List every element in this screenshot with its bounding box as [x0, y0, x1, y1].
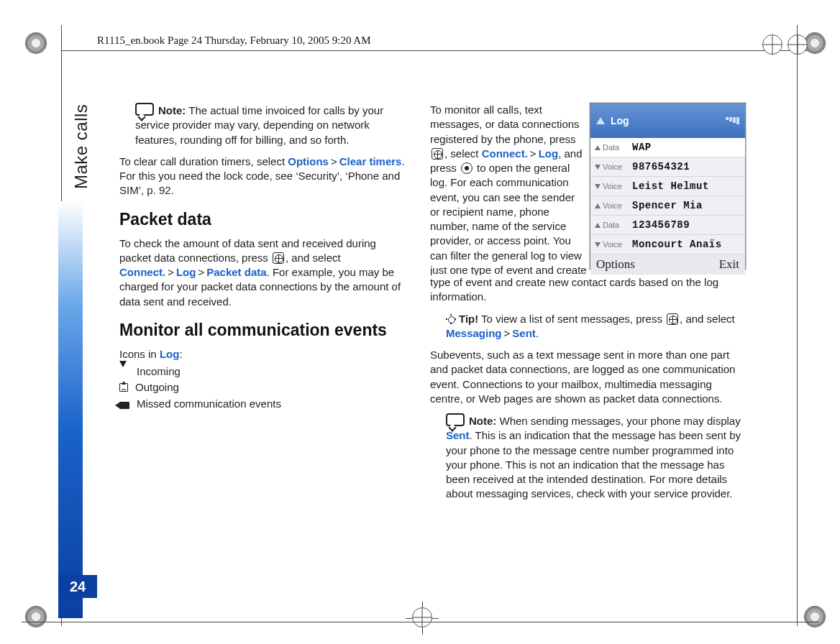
running-header: R1115_en.book Page 24 Thursday, February… — [97, 34, 371, 47]
ui-path: Connect. — [119, 266, 165, 278]
gt-icon: > — [502, 327, 513, 339]
registration-mark-icon — [762, 34, 782, 55]
incoming-arrow-icon — [595, 184, 601, 189]
text: To monitor all calls, text messages, or … — [430, 104, 580, 145]
ui-path: Messaging — [446, 327, 502, 339]
menu-key-icon — [273, 252, 284, 264]
softkey-left: Options — [596, 257, 635, 272]
battery-icon — [726, 117, 739, 124]
page: R1115_en.book Page 24 Thursday, February… — [0, 0, 840, 644]
incoming-arrow-icon — [595, 165, 601, 170]
text: Icons in — [119, 348, 160, 360]
joystick-key-icon — [461, 162, 472, 174]
ui-path: Log — [160, 348, 180, 360]
ui-path: Sent — [512, 327, 536, 339]
row-value: Leist Helmut — [632, 180, 709, 192]
paragraph: Icons in Log: — [119, 347, 407, 362]
text: . — [536, 327, 539, 339]
phone-title: Log — [611, 115, 629, 126]
heading-packet-data: Packet data — [119, 208, 407, 231]
phone-log-row: Data123456789 — [590, 216, 745, 235]
ui-path: Log — [176, 266, 196, 278]
text: When sending messages, your phone may di… — [496, 415, 740, 427]
note-block: Note: When sending messages, your phone … — [446, 413, 747, 502]
gear-icon — [25, 32, 47, 54]
row-tag: Voice — [595, 201, 626, 210]
phone-log-row: VoiceLeist Helmut — [590, 177, 745, 196]
tip-block: Tip! To view a list of sent messages, pr… — [446, 312, 747, 341]
text: To clear call duration timers, select — [119, 155, 288, 167]
gt-icon: > — [196, 266, 206, 278]
row-value: WAP — [632, 142, 652, 153]
paragraph: type of event and create new contact car… — [430, 275, 747, 305]
outgoing-arrow-icon — [595, 203, 601, 208]
frame-line — [22, 622, 818, 622]
paragraph: Subevents, such as a text message sent i… — [430, 348, 747, 406]
gt-icon: > — [165, 266, 176, 278]
tip-label: Tip! — [459, 313, 478, 325]
list-label: Missed communication events — [137, 397, 281, 411]
list-label: Incoming — [137, 364, 181, 379]
row-tag: Data — [595, 221, 626, 229]
column-left: Note: The actual time invoiced for calls… — [119, 103, 407, 413]
incoming-icon — [119, 367, 129, 377]
row-tag: Voice — [595, 240, 626, 249]
softkey-right: Exit — [719, 257, 739, 272]
row-value: Spencer Mia — [632, 200, 703, 211]
header-rule — [61, 50, 818, 51]
note-icon — [446, 413, 465, 426]
registration-mark-icon — [412, 607, 432, 627]
frame-line — [797, 25, 798, 626]
phone-log-row: VoiceMoncourt Anaïs — [590, 235, 745, 254]
phone-log-row: Voice987654321 — [590, 157, 745, 177]
missed-icon — [119, 402, 129, 409]
menu-key-icon — [667, 313, 678, 325]
list-item: Outgoing — [119, 380, 407, 395]
phone-titlebar: Log — [590, 104, 745, 138]
signal-icon — [596, 117, 605, 124]
outgoing-icon — [119, 383, 128, 392]
outgoing-arrow-icon — [595, 223, 601, 228]
phone-softkeys: Options Exit — [590, 254, 745, 275]
row-value: 987654321 — [632, 161, 690, 172]
list-item: Incoming — [119, 364, 407, 379]
registration-mark-icon — [788, 34, 808, 55]
icon-legend: Incoming Outgoing Missed communication e… — [119, 364, 407, 411]
gear-icon — [25, 606, 47, 627]
list-item: Missed communication events — [119, 397, 407, 411]
ui-path: Options — [288, 155, 329, 167]
note-block: Note: The actual time invoiced for calls… — [135, 103, 407, 147]
text: to open the general log. For each commun… — [430, 162, 587, 275]
row-tag: Data — [595, 143, 626, 152]
outgoing-arrow-icon — [595, 145, 601, 150]
phone-log-row: VoiceSpencer Mia — [590, 196, 745, 216]
ui-path: Log — [539, 147, 559, 160]
text: . This is an indication that the message… — [446, 429, 741, 500]
section-tab-label: Make calls — [71, 104, 91, 189]
text: , and select — [286, 252, 341, 264]
row-value: 123456789 — [632, 219, 690, 231]
ui-path: Clear timers — [339, 155, 402, 167]
note-icon — [135, 103, 154, 116]
phone-screenshot: Log DataWAPVoice987654321VoiceLeist Helm… — [590, 103, 746, 270]
column-right-rest: type of event and create new contact car… — [430, 275, 747, 509]
page-number: 24 — [58, 575, 97, 598]
tip-icon — [446, 314, 456, 324]
row-tag: Voice — [595, 162, 626, 171]
column-right-wrap1: To monitor all calls, text messages, or … — [430, 103, 587, 275]
gt-icon: > — [528, 147, 539, 160]
heading-monitor-events: Monitor all communication events — [119, 319, 407, 341]
incoming-arrow-icon — [595, 242, 601, 247]
ui-path: Sent — [446, 429, 470, 441]
section-tab-bar — [58, 201, 83, 618]
row-value: Moncourt Anaïs — [632, 239, 722, 250]
ui-path: Packet data — [206, 266, 266, 278]
text: , and select — [680, 313, 735, 325]
phone-log-row: DataWAP — [590, 138, 745, 157]
paragraph: To clear call duration timers, select Op… — [119, 155, 407, 198]
text: : — [179, 348, 182, 360]
note-label: Note: — [469, 415, 496, 427]
ui-path: Connect. — [482, 147, 528, 160]
phone-log-list: DataWAPVoice987654321VoiceLeist HelmutVo… — [590, 138, 745, 254]
list-label: Outgoing — [135, 380, 179, 395]
